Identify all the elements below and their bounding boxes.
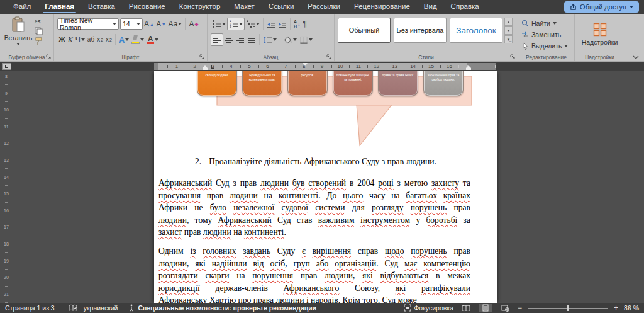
- shading-button[interactable]: [282, 33, 298, 46]
- paragraph-1[interactable]: Африканський Суд з прав людини був створ…: [158, 178, 470, 240]
- paragraph-2[interactable]: Одним із головних завдань Суду є вирішен…: [158, 246, 470, 303]
- zoom-slider-handle[interactable]: [567, 305, 569, 311]
- status-proofing[interactable]: [69, 304, 77, 312]
- smartart-box-6[interactable]: забезпечення прав та свобод людини.: [423, 71, 464, 96]
- underline-button[interactable]: Ч: [74, 33, 86, 46]
- ribbon-tab-layout[interactable]: Макет: [227, 0, 262, 14]
- multilevel-list-button[interactable]: [245, 18, 261, 30]
- font-dialog-launcher[interactable]: [199, 54, 205, 60]
- document-page[interactable]: свобод людини.індивідуальних та колектив…: [154, 71, 497, 303]
- v-ruler[interactable]: 89101112131415161718192021: [1, 71, 11, 303]
- tab-stop-marker[interactable]: [211, 65, 214, 69]
- copy-button[interactable]: [35, 27, 43, 35]
- style-card-2[interactable]: Без интервала: [394, 18, 447, 43]
- styles-dialog-launcher[interactable]: [510, 54, 516, 60]
- status-page-number[interactable]: Страница 1 из 3: [5, 304, 55, 312]
- grow-font-button[interactable]: А▲: [143, 18, 155, 30]
- collapse-ribbon-button[interactable]: [633, 55, 639, 59]
- clear-formatting-button[interactable]: А◆: [187, 18, 199, 30]
- ribbon-tab-mailings[interactable]: Рассылки: [301, 0, 347, 14]
- ribbon-tab-insert[interactable]: Вставка: [81, 0, 122, 14]
- zoom-in-button[interactable]: +: [614, 304, 618, 312]
- strikethrough-button[interactable]: аб: [86, 33, 96, 46]
- paste-button[interactable]: Вставить: [3, 15, 33, 52]
- text-line[interactable]: захист прав людини на континенті.: [158, 227, 470, 240]
- left-indent-marker[interactable]: [203, 65, 208, 70]
- text-line[interactable]: Африки не було незалежної судової систем…: [158, 203, 470, 215]
- ribbon-tab-file[interactable]: Файл: [6, 0, 38, 14]
- borders-button[interactable]: [298, 33, 314, 46]
- show-formatting-button[interactable]: ¶: [302, 18, 308, 30]
- text-line[interactable]: людини, які надійшли від осіб, груп або …: [158, 259, 470, 271]
- smartart-box-1[interactable]: свобод людини.: [197, 71, 237, 96]
- decrease-indent-button[interactable]: [265, 18, 277, 30]
- ribbon-tab-review[interactable]: Рецензирование: [347, 0, 417, 14]
- numbering-button[interactable]: 123: [227, 18, 245, 30]
- shrink-font-button[interactable]: А▼: [155, 18, 167, 30]
- increase-indent-button[interactable]: [277, 18, 288, 30]
- view-print-layout-button[interactable]: [479, 304, 492, 312]
- text-line[interactable]: юрисдикції держав-членів Африканського С…: [158, 283, 470, 296]
- change-case-button[interactable]: Аа: [167, 18, 184, 30]
- superscript-button[interactable]: х2: [104, 33, 113, 46]
- find-button[interactable]: Найти: [521, 18, 571, 29]
- smartart-box-4[interactable]: повинні бути захищені та поважені.: [333, 71, 373, 96]
- addins-button[interactable]: Надстройки: [580, 16, 620, 52]
- text-line[interactable]: розглядати скарги на порушення прав люди…: [158, 271, 470, 283]
- text-line[interactable]: людини, тому Африканський Суд став важли…: [158, 215, 470, 228]
- status-focus-button[interactable]: Фокусировка: [404, 304, 453, 312]
- text-line[interactable]: просування прав людини на континенті. До…: [158, 191, 470, 203]
- font-color-button[interactable]: А: [145, 33, 160, 46]
- text-line[interactable]: Африканську Хартію про права людини і на…: [158, 295, 470, 303]
- status-language[interactable]: украинский: [84, 304, 118, 312]
- tab-selector[interactable]: [2, 63, 11, 70]
- status-accessibility[interactable]: Специальные возможности: проверьте реком…: [128, 304, 316, 312]
- highlight-color-button[interactable]: [130, 33, 145, 46]
- replace-button[interactable]: Заменить: [521, 29, 571, 40]
- select-button[interactable]: Выделить: [521, 40, 571, 52]
- share-button[interactable]: Общий доступ: [564, 1, 639, 13]
- clipboard-dialog-launcher[interactable]: [46, 54, 52, 60]
- style-card-1[interactable]: Обычный: [338, 18, 391, 43]
- first-line-indent-marker[interactable]: [303, 63, 308, 66]
- smartart-box-3[interactable]: ресурсів.: [287, 71, 328, 96]
- bold-button[interactable]: Ж: [57, 33, 67, 46]
- subscript-button[interactable]: х2: [96, 33, 104, 46]
- line-spacing-button[interactable]: [262, 33, 278, 46]
- right-indent-marker[interactable]: [466, 65, 471, 70]
- font-size-select[interactable]: 14: [120, 18, 143, 30]
- styles-scroll-down-button[interactable]: ▼: [504, 26, 513, 35]
- document-heading[interactable]: 2.Проаналізуйте діяльність Африканського…: [195, 157, 436, 167]
- ribbon-tab-view[interactable]: Вид: [417, 0, 444, 14]
- align-center-button[interactable]: [223, 33, 235, 46]
- text-line[interactable]: Одним із головних завдань Суду є вирішен…: [158, 246, 470, 259]
- ribbon-tab-home[interactable]: Главная: [38, 0, 81, 14]
- align-left-button[interactable]: [211, 33, 223, 46]
- h-ruler[interactable]: 12345678910111213141516: [154, 63, 496, 70]
- sort-button[interactable]: А Я ↓: [292, 18, 302, 30]
- view-read-mode-button[interactable]: [459, 304, 473, 312]
- text-effects-button[interactable]: А: [118, 33, 130, 46]
- status-zoom-level[interactable]: 86 %: [624, 304, 639, 312]
- styles-more-button[interactable]: ▼̲: [504, 35, 513, 43]
- smartart-box-5[interactable]: права та права інших.: [378, 71, 418, 96]
- justify-button[interactable]: [246, 33, 257, 46]
- cut-button[interactable]: ✂: [35, 18, 43, 25]
- font-family-select[interactable]: Times New Roman: [57, 18, 119, 30]
- ribbon-tab-help[interactable]: Справка: [444, 0, 486, 14]
- text-line[interactable]: Африканський Суд з прав людини був створ…: [158, 178, 470, 191]
- zoom-slider[interactable]: [528, 308, 608, 309]
- view-web-layout-button[interactable]: [498, 304, 512, 312]
- ribbon-tab-references[interactable]: Ссылки: [262, 0, 301, 14]
- styles-scroll-up-button[interactable]: ▲: [504, 18, 513, 26]
- italic-button[interactable]: К: [67, 33, 74, 46]
- ribbon-tab-draw[interactable]: Рисование: [122, 0, 172, 14]
- paragraph-dialog-launcher[interactable]: [326, 54, 332, 60]
- style-card-3[interactable]: Заголовок: [450, 18, 502, 43]
- format-painter-button[interactable]: [35, 37, 43, 45]
- align-right-button[interactable]: [235, 33, 246, 46]
- zoom-out-button[interactable]: −: [518, 304, 522, 312]
- bullets-button[interactable]: [211, 18, 227, 30]
- ribbon-tab-design[interactable]: Конструктор: [172, 0, 228, 14]
- smartart-box-2[interactable]: індивідуальних та колективних прав.: [242, 71, 282, 96]
